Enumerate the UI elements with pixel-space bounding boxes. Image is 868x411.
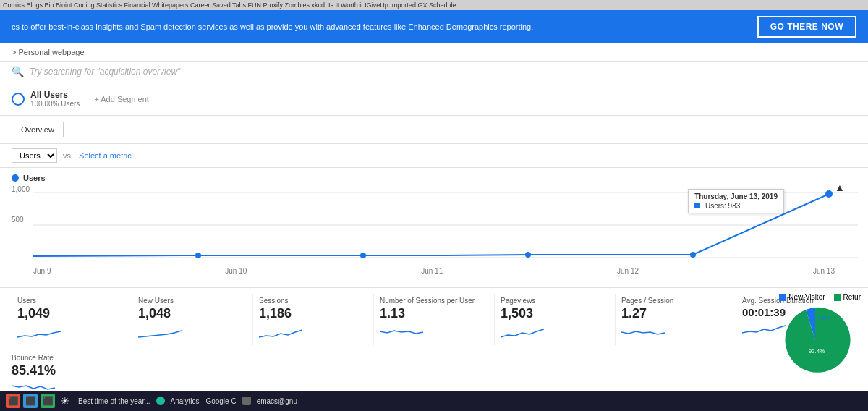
stat-new-users-value: 1,048 [138, 306, 247, 321]
stat-pages-session-value: 1.27 [621, 306, 730, 321]
stat-sessions-value: 1,186 [259, 306, 367, 321]
taskbar-bluetooth[interactable]: ✳ [58, 394, 72, 408]
stat-pages-session-label: Pages / Session [621, 297, 730, 305]
add-segment-button[interactable]: + Add Segment [94, 95, 149, 103]
breadcrumb: > Personal webpage [0, 43, 868, 62]
stat-pages-session-sparkline [621, 323, 665, 340]
segments-area: All Users 100.00% Users + Add Segment [0, 82, 868, 116]
dimension-dropdown[interactable]: Users [12, 148, 57, 163]
stat-sessions: Sessions 1,186 [253, 294, 374, 345]
taskbar-favicon-2 [242, 397, 251, 405]
chart-dot-jun12 [690, 252, 696, 258]
bounce-rate-value: 85.41% [12, 363, 127, 378]
browser-tabs-text: Comics Blogs Bio Bioint Coding Statistic… [3, 1, 456, 9]
pie-chart-area: New Visitor Retur 92.4% 7.6% [779, 293, 861, 378]
stat-sessions-per-user-value: 1.13 [380, 306, 488, 321]
new-visitor-dot [779, 294, 786, 301]
pie-svg: 92.4% 7.6% [779, 304, 851, 376]
x-label-jun9: Jun 9 [33, 267, 51, 275]
stat-new-users-sparkline [138, 323, 182, 340]
pie-legend-returning: Retur [834, 293, 861, 301]
stat-pageviews-value: 1,503 [501, 306, 609, 321]
stat-users-sparkline [17, 323, 61, 340]
tooltip-date: Thursday, June 13, 2019 [694, 192, 778, 200]
taskbar-icon-2[interactable]: ⬛ [23, 394, 38, 408]
chart-svg-container: 1,000 500 ▲ [12, 185, 856, 272]
pie-legend: New Visitor Retur [779, 293, 861, 301]
stats-row: Users 1,049 New Users 1,048 Sessions 1,1… [0, 287, 868, 351]
segment-label: All Users [30, 90, 80, 100]
taskbar-icon-1[interactable]: ⬛ [6, 394, 20, 408]
main-content-area: > Personal webpage 🔍 Try searching for "… [0, 43, 868, 411]
notification-banner: cs to offer best-in-class Insights and S… [0, 10, 868, 43]
new-visitor-pct-label: 7.6% [817, 315, 830, 321]
chart-area: Users 1,000 500 ▲ [0, 168, 868, 287]
stat-pages-session: Pages / Session 1.27 [616, 294, 736, 345]
stat-users: Users 1,049 [12, 294, 132, 345]
taskbar-icon-3[interactable]: ⬛ [41, 394, 55, 408]
stat-new-users-label: New Users [138, 297, 247, 305]
returning-pct-label: 92.4% [809, 348, 825, 355]
returning-label: Retur [843, 293, 861, 301]
cursor-icon: ▲ [835, 185, 845, 193]
taskbar-favicon-1 [156, 397, 165, 405]
chart-tooltip: Thursday, June 13, 2019 Users: 983 [688, 189, 784, 213]
overview-tab-area: Overview [0, 116, 868, 144]
bounce-rate-label: Bounce Rate [12, 354, 127, 362]
stat-sessions-per-user-label: Number of Sessions per User [380, 297, 488, 305]
stat-pageviews-sparkline [501, 323, 544, 340]
taskbar-item-2[interactable]: Analytics - Google C [171, 397, 237, 405]
new-visitor-label: New Visitor [788, 293, 825, 301]
tooltip-value: Users: 983 [694, 202, 778, 210]
search-hint: Try searching for "acquisition overview" [30, 67, 180, 77]
x-label-jun10: Jun 10 [225, 267, 247, 275]
x-label-jun11: Jun 11 [421, 267, 443, 275]
y-label-1000: 1,000 [12, 185, 30, 193]
y-label-500: 500 [12, 216, 24, 224]
tooltip-dot [694, 203, 700, 208]
taskbar-icons: ⬛ ⬛ ⬛ ✳ [6, 394, 72, 408]
segment-sub: 100.00% Users [30, 100, 80, 108]
stat-new-users: New Users 1,048 [132, 294, 253, 345]
chart-legend: Users [12, 174, 856, 182]
stat-sessions-sparkline [259, 323, 302, 340]
users-legend-label: Users [23, 174, 46, 182]
notification-message: cs to offer best-in-class Insights and S… [12, 21, 757, 33]
select-metric-link[interactable]: Select a metric [79, 151, 132, 160]
pie-legend-new-visitor: New Visitor [779, 293, 825, 301]
returning-dot [834, 294, 841, 301]
stat-sessions-per-user: Number of Sessions per User 1.13 [374, 294, 495, 345]
chart-dot-jun13 [825, 190, 833, 198]
chart-dot-jun10 [360, 253, 366, 258]
vs-label: vs. [63, 151, 73, 160]
chart-dot-jun9 [195, 253, 201, 258]
browser-tab-bar: Comics Blogs Bio Bioint Coding Statistic… [0, 0, 868, 10]
stat-pageviews-label: Pageviews [501, 297, 609, 305]
search-icon: 🔍 [12, 66, 24, 77]
taskbar-item-3[interactable]: emacs@gnu [257, 397, 297, 405]
taskbar: ⬛ ⬛ ⬛ ✳ Best time of the year... Analyti… [0, 391, 868, 411]
segment-circle [12, 93, 25, 106]
users-legend-dot [12, 174, 19, 182]
stat-sessions-per-user-sparkline [380, 323, 423, 340]
overview-tab-button[interactable]: Overview [12, 122, 64, 137]
go-there-button[interactable]: GO THERE NOW [757, 16, 856, 38]
metrics-bar: Users vs. Select a metric [0, 144, 868, 168]
stat-users-label: Users [17, 297, 126, 305]
search-bar[interactable]: 🔍 Try searching for "acquisition overvie… [0, 62, 868, 82]
taskbar-item-1[interactable]: Best time of the year... [78, 397, 150, 405]
stat-users-value: 1,049 [17, 306, 126, 321]
stat-pageviews: Pageviews 1,503 [495, 294, 616, 345]
chart-dot-jun11 [525, 252, 531, 258]
x-label-jun13: Jun 13 [813, 267, 835, 275]
stat-sessions-label: Sessions [259, 297, 367, 305]
x-axis-labels: Jun 9 Jun 10 Jun 11 Jun 12 Jun 13 [12, 267, 856, 275]
x-label-jun12: Jun 12 [617, 267, 639, 275]
all-users-segment[interactable]: All Users 100.00% Users [12, 90, 80, 108]
